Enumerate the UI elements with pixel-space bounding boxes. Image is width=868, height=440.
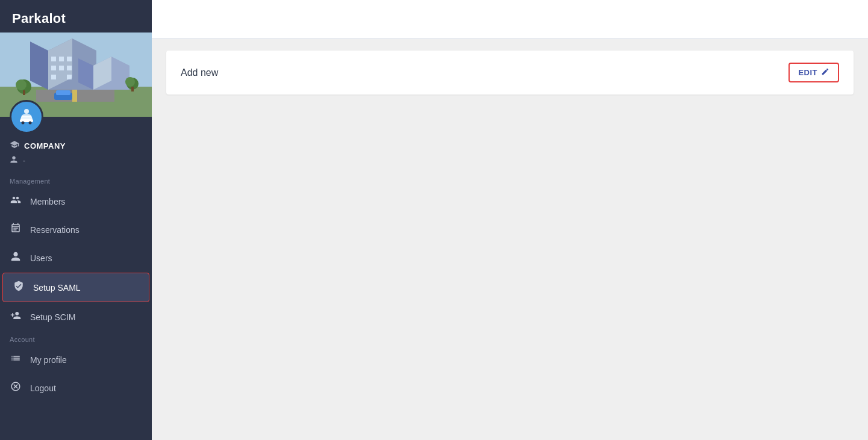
sidebar: Parkalot — [0, 0, 152, 440]
company-icon — [10, 140, 19, 152]
svg-rect-10 — [51, 66, 56, 70]
svg-point-19 — [16, 79, 27, 90]
company-row: COMPANY — [0, 134, 152, 154]
list-icon — [10, 353, 22, 367]
main-content: Add new EDIT — [152, 0, 868, 440]
edit-label: EDIT — [798, 68, 817, 77]
user-icon — [10, 155, 18, 166]
svg-rect-8 — [59, 57, 64, 61]
svg-point-29 — [29, 122, 32, 125]
app-title: Parkalot — [0, 0, 152, 33]
add-new-title: Add new — [181, 67, 218, 78]
logout-icon — [10, 381, 22, 395]
sidebar-item-setup-scim[interactable]: Setup SCIM — [0, 303, 152, 331]
add-new-card: Add new EDIT — [166, 51, 854, 95]
sidebar-item-members[interactable]: Members — [0, 187, 152, 215]
svg-rect-7 — [51, 57, 56, 61]
setup-saml-label: Setup SAML — [33, 283, 81, 293]
svg-rect-9 — [67, 57, 72, 61]
svg-rect-23 — [131, 87, 134, 91]
username: - — [23, 156, 25, 165]
main-body: Add new EDIT — [152, 39, 868, 440]
company-name: COMPANY — [24, 141, 66, 150]
sidebar-item-reservations[interactable]: Reservations — [0, 215, 152, 244]
setup-scim-label: Setup SCIM — [30, 312, 75, 322]
users-label: Users — [30, 253, 52, 263]
reservations-icon — [10, 223, 22, 237]
user-row: - — [0, 154, 152, 173]
svg-rect-12 — [67, 66, 72, 70]
reservations-label: Reservations — [30, 225, 80, 235]
members-label: Members — [30, 197, 65, 206]
svg-rect-3 — [72, 90, 77, 102]
sidebar-item-my-profile[interactable]: My profile — [0, 345, 152, 374]
users-icon — [10, 251, 22, 265]
edit-pencil-icon — [821, 67, 829, 78]
main-header — [152, 0, 868, 39]
svg-rect-13 — [51, 75, 56, 79]
my-profile-label: My profile — [30, 355, 67, 365]
members-icon — [10, 194, 22, 208]
person-add-icon — [10, 310, 22, 324]
sidebar-item-setup-saml[interactable]: Setup SAML — [2, 273, 149, 302]
sidebar-item-logout[interactable]: Logout — [0, 374, 152, 402]
avatar — [10, 100, 43, 134]
logout-label: Logout — [30, 383, 56, 393]
svg-point-30 — [24, 109, 29, 114]
svg-rect-14 — [67, 75, 72, 79]
management-section-label: Management — [0, 173, 152, 187]
svg-rect-20 — [23, 90, 25, 95]
shield-icon — [13, 280, 25, 294]
account-section-label: Account — [0, 331, 152, 345]
svg-point-28 — [22, 122, 25, 125]
svg-rect-25 — [56, 90, 70, 95]
svg-point-22 — [125, 77, 135, 87]
edit-button[interactable]: EDIT — [788, 63, 839, 82]
svg-rect-11 — [59, 66, 64, 70]
sidebar-item-users[interactable]: Users — [0, 244, 152, 272]
